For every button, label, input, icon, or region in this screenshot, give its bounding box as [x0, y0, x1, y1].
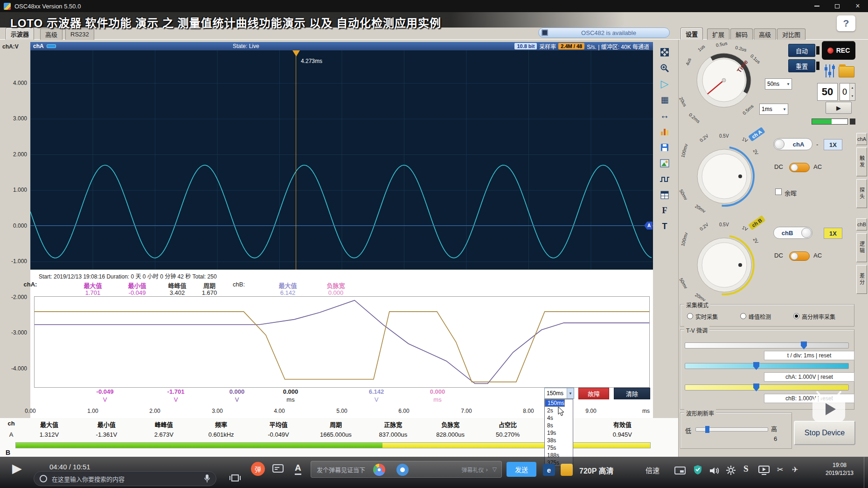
- time-cursor-line[interactable]: [296, 50, 296, 270]
- reset-button[interactable]: 重置: [788, 59, 815, 72]
- value-50-box[interactable]: 50: [817, 83, 838, 101]
- fft-icon[interactable]: F: [658, 204, 671, 217]
- side-button-logic[interactable]: 逻辑: [856, 233, 867, 262]
- cha-enable-toggle[interactable]: chA: [773, 138, 812, 150]
- trigger-icon[interactable]: T: [658, 220, 671, 233]
- chb-volt-knob[interactable]: [693, 233, 756, 297]
- waveform-plot[interactable]: 4.273ms A: [30, 50, 653, 270]
- show-desktop-button[interactable]: [864, 457, 868, 488]
- settings-gear-icon[interactable]: [726, 465, 736, 475]
- close-button[interactable]: ×: [847, 0, 868, 12]
- microphone-icon[interactable]: [204, 474, 210, 483]
- afterglow-checkbox[interactable]: [775, 188, 782, 195]
- dropdown-item[interactable]: 19s: [545, 429, 573, 437]
- refresh-slider[interactable]: [695, 427, 768, 432]
- danmaku-toggle-badge[interactable]: 弹: [251, 462, 265, 476]
- statistics-chart[interactable]: [34, 296, 650, 388]
- minimize-button[interactable]: [806, 0, 827, 12]
- side-button-chb[interactable]: chB: [856, 218, 867, 230]
- send-danmaku-button[interactable]: 发送: [507, 462, 536, 477]
- play-outline-icon[interactable]: ▷: [658, 77, 671, 90]
- t-div-slider-label[interactable]: t / div: 1ms | reset: [764, 351, 854, 360]
- slider-thumb[interactable]: [753, 362, 759, 370]
- cha-probe-mult[interactable]: 1X: [824, 139, 842, 150]
- fault-button[interactable]: 故障: [578, 388, 609, 399]
- slider-thumb[interactable]: [801, 342, 807, 349]
- zoom-icon[interactable]: [658, 62, 671, 74]
- radio-realtime[interactable]: [687, 313, 693, 319]
- table-icon[interactable]: [658, 188, 671, 201]
- slider-thumb[interactable]: [753, 383, 759, 391]
- video-site-logo[interactable]: [809, 390, 849, 425]
- plane-icon[interactable]: ✈: [792, 465, 798, 474]
- chb-enable-toggle[interactable]: chB: [773, 227, 812, 239]
- cha-fine-slider[interactable]: [685, 363, 849, 369]
- square-wave-icon[interactable]: [658, 173, 671, 185]
- side-button-cha[interactable]: chA: [856, 133, 867, 145]
- danmaku-input[interactable]: 发个弹幕见证当下 弹幕礼仪 › ▽: [311, 461, 502, 478]
- help-button[interactable]: ?: [837, 15, 855, 31]
- side-button-trigger[interactable]: 触发: [856, 147, 867, 176]
- danmaku-settings-icon[interactable]: [272, 464, 285, 475]
- time-cursor-handle[interactable]: [292, 50, 300, 56]
- danmaku-etiquette-link[interactable]: 弹幕礼仪: [461, 466, 484, 474]
- speed-button[interactable]: 倍速: [646, 465, 660, 475]
- single-step-button[interactable]: ▶: [826, 102, 852, 114]
- value-0-spinner[interactable]: 0 ▲▼: [840, 83, 855, 101]
- radio-highres[interactable]: [793, 313, 799, 319]
- dropdown-item[interactable]: 8s: [545, 422, 573, 429]
- folder-icon[interactable]: [839, 66, 854, 77]
- expand-icon[interactable]: [658, 46, 671, 58]
- widescreen-icon[interactable]: [674, 466, 686, 475]
- slider-thumb[interactable]: [705, 426, 709, 433]
- spin-up-icon[interactable]: ▲: [850, 84, 855, 92]
- cha-coupling-toggle[interactable]: [789, 163, 810, 172]
- app-icon-edge[interactable]: e: [543, 464, 555, 476]
- table-row-b[interactable]: B: [6, 449, 10, 456]
- dropdown-item[interactable]: 38s: [545, 437, 573, 444]
- time-knob[interactable]: [691, 48, 757, 113]
- s-badge-icon[interactable]: S: [743, 464, 749, 474]
- app-icon-folder[interactable]: [561, 464, 573, 476]
- volume-icon[interactable]: [709, 466, 720, 475]
- dropdown-item[interactable]: 150ms: [545, 399, 565, 407]
- image-icon[interactable]: [658, 157, 671, 169]
- danmaku-style-icon[interactable]: A: [295, 463, 301, 475]
- cha-fine-slider-label[interactable]: chA: 1.000V | reset: [764, 372, 854, 382]
- cha-volt-knob[interactable]: [693, 145, 756, 208]
- tab-decode[interactable]: 解码: [730, 28, 753, 40]
- t-div-slider[interactable]: [685, 342, 849, 349]
- quality-button[interactable]: 720P 高清: [579, 465, 614, 476]
- shield-icon[interactable]: [693, 465, 702, 475]
- tab-extend[interactable]: 扩展: [707, 28, 729, 40]
- save-icon[interactable]: [658, 141, 671, 153]
- horizontal-arrows-icon[interactable]: ↔: [658, 109, 671, 122]
- dropdown-item[interactable]: 75s: [545, 444, 573, 452]
- side-button-diff[interactable]: 差分: [856, 265, 867, 294]
- taskbar-clock[interactable]: 19:08 2019/12/13: [819, 461, 860, 477]
- record-button[interactable]: REC: [822, 41, 855, 60]
- interval-select[interactable]: 150ms▼: [544, 388, 574, 399]
- task-view-icon[interactable]: [229, 473, 242, 484]
- timebase-select-2[interactable]: 1ms▼: [759, 104, 788, 115]
- cast-screen-icon[interactable]: [758, 466, 770, 475]
- tab-compare[interactable]: 对比图: [777, 28, 806, 40]
- taskbar-search[interactable]: 在这里输入你要搜索的内容: [34, 471, 216, 486]
- play-button[interactable]: ▶: [12, 461, 22, 476]
- maximize-button[interactable]: [827, 0, 847, 12]
- chb-coupling-toggle[interactable]: [789, 251, 810, 261]
- snip-icon[interactable]: ✂: [777, 465, 783, 474]
- radio-peak[interactable]: [740, 313, 746, 319]
- histogram-icon[interactable]: [658, 125, 671, 138]
- side-button-probe[interactable]: 探头: [856, 179, 867, 208]
- auto-button[interactable]: 自动: [788, 44, 815, 57]
- chb-probe-mult[interactable]: 1X: [824, 228, 842, 239]
- clear-button[interactable]: 清除: [614, 388, 650, 399]
- tab-settings[interactable]: 设置: [681, 28, 703, 40]
- spin-down-icon[interactable]: ▼: [850, 92, 855, 100]
- grid-icon[interactable]: ▦: [658, 93, 671, 106]
- sliders-icon[interactable]: [824, 63, 836, 78]
- funnel-icon[interactable]: ▽: [493, 466, 497, 473]
- buffer-stop-icon[interactable]: [850, 119, 855, 125]
- timebase-select[interactable]: 50ns▼: [765, 78, 792, 90]
